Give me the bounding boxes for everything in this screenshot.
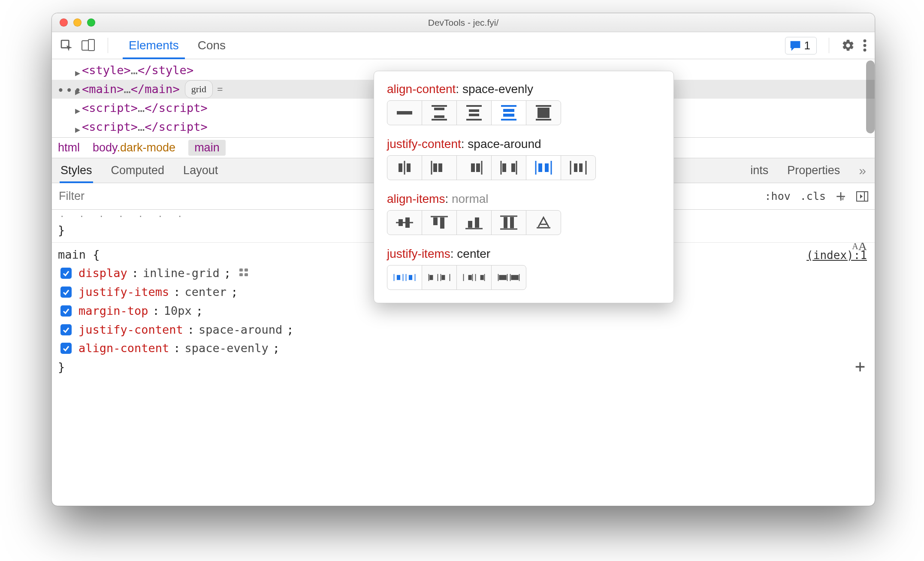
alignment-option-button[interactable] (422, 100, 457, 125)
svg-rect-4 (793, 45, 796, 46)
settings-icon[interactable] (841, 39, 855, 52)
svg-rect-28 (503, 114, 514, 117)
css-property[interactable]: display (79, 264, 127, 283)
svg-rect-49 (545, 163, 549, 172)
svg-rect-40 (471, 163, 475, 172)
alignment-option-button[interactable] (526, 100, 561, 125)
alignment-option-button[interactable] (456, 210, 492, 235)
expand-icon[interactable]: ▶ (75, 104, 80, 118)
svg-rect-20 (434, 115, 444, 118)
svg-rect-62 (475, 217, 479, 228)
alignment-option-button[interactable] (526, 210, 561, 235)
alignment-option-button[interactable] (422, 265, 457, 290)
alignment-option-button[interactable] (387, 100, 422, 125)
expand-icon[interactable]: ▶ (75, 85, 80, 99)
svg-rect-3 (793, 43, 797, 45)
property-checkbox[interactable] (60, 305, 72, 317)
sidebar-tab-styles[interactable]: Styles (60, 158, 92, 183)
sidebar-tab-breakpoints[interactable]: ints (750, 158, 768, 183)
alignment-option-button[interactable] (526, 155, 561, 180)
alignment-option-button[interactable] (491, 155, 526, 180)
sidebar-tab-computed[interactable]: Computed (111, 158, 165, 183)
svg-rect-44 (502, 163, 506, 172)
popover-group: align-content: space-evenly (387, 82, 661, 125)
alignment-option-button[interactable] (387, 155, 422, 180)
css-property[interactable]: margin-top (79, 302, 148, 320)
grid-badge[interactable]: grid (185, 80, 213, 98)
property-checkbox[interactable] (60, 324, 72, 335)
sidebar-tab-layout[interactable]: Layout (183, 158, 218, 183)
svg-rect-70 (397, 275, 400, 280)
svg-rect-38 (438, 163, 442, 172)
scrollbar-thumb[interactable] (866, 60, 875, 133)
breadcrumb-item[interactable]: html (58, 141, 80, 154)
issues-count: 1 (804, 39, 810, 52)
css-value[interactable]: space-around (199, 320, 282, 339)
svg-rect-24 (469, 114, 479, 116)
tab-elements[interactable]: Elements (119, 32, 188, 59)
alignment-option-button[interactable] (491, 100, 526, 125)
svg-rect-82 (468, 275, 472, 280)
css-value[interactable]: space-evenly (185, 339, 269, 358)
alignment-option-button[interactable] (422, 210, 457, 235)
breadcrumb-item[interactable]: main (188, 140, 226, 156)
popover-property-label: justify-items: center (387, 247, 661, 261)
toggle-hov[interactable]: :hov (765, 190, 791, 202)
svg-rect-18 (432, 105, 447, 107)
separator (829, 38, 829, 53)
alignment-option-button[interactable] (491, 210, 526, 235)
toggle-cls[interactable]: .cls (800, 190, 826, 202)
svg-rect-73 (409, 275, 412, 280)
inspect-element-icon[interactable] (60, 39, 73, 52)
tab-label: Computed (111, 164, 165, 177)
svg-rect-76 (429, 275, 433, 280)
add-rule-icon[interactable]: + (855, 358, 865, 375)
css-value[interactable]: center (185, 283, 227, 302)
css-property[interactable]: justify-items (79, 283, 169, 302)
toggle-sidebar-icon[interactable] (856, 191, 869, 202)
svg-rect-29 (501, 119, 516, 121)
css-declaration[interactable]: align-content: space-evenly; (58, 339, 869, 358)
svg-rect-14 (239, 273, 243, 276)
alignment-option-button[interactable] (387, 265, 422, 290)
svg-point-5 (864, 39, 867, 42)
svg-rect-52 (574, 163, 577, 172)
css-property[interactable]: align-content (79, 339, 169, 358)
property-checkbox[interactable] (60, 343, 72, 354)
css-value[interactable]: 10px (164, 302, 192, 320)
rule-selector[interactable]: main (58, 248, 86, 261)
css-property[interactable]: justify-content (79, 320, 183, 339)
issues-badge[interactable]: 1 (785, 37, 817, 54)
tab-console[interactable]: Cons (188, 32, 235, 59)
property-checkbox[interactable] (60, 268, 72, 279)
alignment-option-button[interactable] (561, 155, 596, 180)
grid-editor-icon[interactable] (239, 264, 249, 283)
breadcrumb-item[interactable]: body.dark-mode (93, 141, 175, 154)
svg-rect-45 (511, 163, 515, 172)
separator (108, 38, 108, 53)
alignment-option-button[interactable] (422, 155, 457, 180)
alignment-option-button[interactable] (456, 100, 492, 125)
css-declaration[interactable]: margin-top: 10px; (58, 302, 869, 320)
svg-rect-17 (397, 112, 412, 115)
expand-icon[interactable]: ▶ (75, 123, 80, 136)
overflow-tabs-icon[interactable]: » (859, 163, 866, 178)
svg-rect-61 (468, 221, 472, 228)
device-toolbar-icon[interactable] (81, 39, 96, 52)
popover-group: justify-items: center (387, 247, 661, 290)
alignment-option-button[interactable] (387, 210, 422, 235)
alignment-option-button[interactable] (456, 265, 492, 290)
svg-rect-37 (433, 163, 437, 172)
new-style-rule-icon[interactable]: ◢ (835, 191, 846, 202)
svg-rect-65 (504, 217, 507, 228)
alignment-option-button[interactable] (456, 155, 492, 180)
rule-source-link[interactable]: (index):1 (806, 246, 867, 264)
alignment-option-button[interactable] (491, 265, 526, 290)
sidebar-tab-properties[interactable]: Properties (787, 158, 840, 183)
svg-rect-32 (536, 119, 551, 121)
more-menu-icon[interactable] (863, 39, 867, 52)
css-value[interactable]: inline-grid (143, 264, 220, 283)
css-declaration[interactable]: justify-content: space-around; (58, 320, 869, 339)
expand-icon[interactable]: ▶ (75, 66, 80, 80)
property-checkbox[interactable] (60, 287, 72, 298)
